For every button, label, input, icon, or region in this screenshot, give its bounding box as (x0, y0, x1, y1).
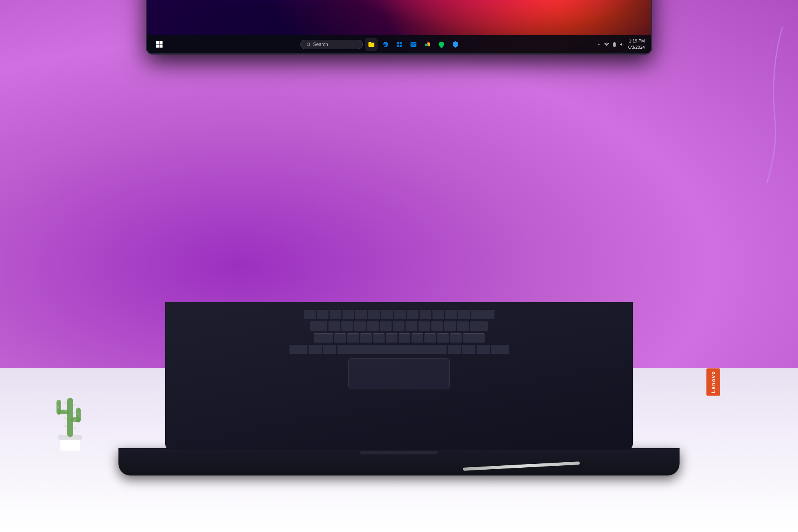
taskbar-store-icon[interactable] (393, 38, 406, 51)
taskbar-chrome-icon[interactable] (421, 38, 434, 51)
svg-line-41 (73, 427, 76, 429)
clock-date: 6/3/2024 (628, 44, 645, 50)
taskbar-files-icon[interactable] (365, 38, 378, 51)
laptop-screen: Recycle Bin Microsoft Edge ‹ Connection … (146, 0, 652, 55)
clock-time: 1:19 PM (628, 38, 645, 44)
svg-line-37 (73, 412, 76, 414)
svg-point-24 (307, 43, 310, 46)
taskbar-edge-icon[interactable] (379, 38, 392, 51)
taskbar-apps (365, 38, 462, 51)
lenovo-logo: Lenovo (706, 368, 720, 396)
laptop-keyboard-area (165, 302, 633, 450)
trackpad[interactable] (348, 358, 450, 389)
wall-neon-decoration (673, 8, 790, 203)
tray-wifi-icon (604, 42, 609, 47)
taskbar: Search (147, 35, 651, 53)
keyboard-spacebar-row (290, 345, 509, 354)
cactus-plant (47, 375, 94, 454)
taskbar-right: 1:19 PM 6/3/2024 (596, 38, 645, 50)
lenovo-branding: Lenovo (706, 368, 720, 396)
keyboard-row-1 (304, 310, 494, 319)
taskbar-search[interactable]: Search (300, 40, 363, 49)
start-button[interactable] (153, 38, 166, 51)
taskbar-left (153, 38, 166, 51)
hinge-detail (360, 451, 438, 454)
svg-line-40 (64, 425, 67, 427)
system-tray (596, 42, 625, 47)
clock: 1:19 PM 6/3/2024 (628, 38, 645, 50)
svg-line-34 (64, 402, 67, 404)
taskbar-center: Search (166, 38, 596, 51)
tray-battery-icon (612, 42, 617, 47)
svg-line-35 (73, 404, 76, 406)
keyboard-row-3 (314, 333, 485, 343)
keyboard-row-2 (310, 322, 488, 331)
svg-line-38 (64, 417, 67, 419)
svg-line-25 (309, 45, 311, 46)
taskbar-antivirus-icon[interactable] (435, 38, 448, 51)
tray-chevron[interactable] (596, 42, 602, 47)
laptop-bottom (118, 448, 680, 475)
svg-rect-29 (67, 398, 73, 437)
svg-rect-33 (76, 408, 81, 422)
tray-volume-icon (620, 42, 625, 47)
taskbar-vpn-icon[interactable] (449, 38, 462, 51)
taskbar-mail-icon[interactable] (407, 38, 420, 51)
search-label: Search (313, 42, 328, 47)
